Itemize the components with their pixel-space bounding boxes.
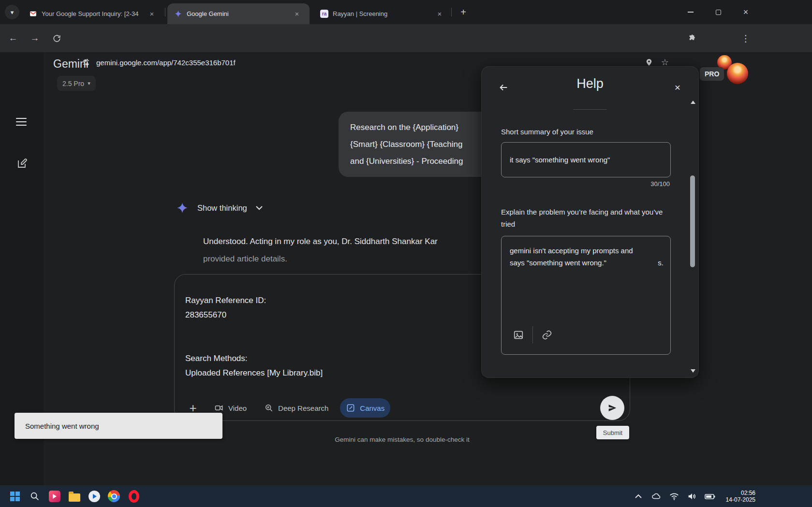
gemini-sparkle-icon <box>174 10 182 18</box>
send-icon <box>607 403 618 413</box>
close-icon: × <box>743 7 749 17</box>
folder-icon <box>69 493 80 502</box>
taskbar-clock[interactable]: 02:56 14-07-2025 <box>726 490 755 503</box>
file-explorer-button[interactable] <box>64 485 84 507</box>
tab-rayyan[interactable]: ra Rayyan | Screening × <box>313 3 449 24</box>
wifi-icon <box>669 491 679 502</box>
browser-tab-strip: ▾ Your Google Support Inquiry: [2-34 × G… <box>0 0 812 24</box>
char-counter: 30/100 <box>650 180 670 188</box>
account-avatar[interactable] <box>727 63 748 84</box>
windows-icon <box>10 492 20 501</box>
show-thinking-toggle[interactable]: Show thinking <box>176 202 263 214</box>
url-text[interactable]: gemini.google.com/app/742c355e316b701f <box>96 58 640 67</box>
reload-button[interactable] <box>50 31 63 45</box>
media-app-icon <box>49 491 60 502</box>
detail-label: Explain the problem you’re facing and wh… <box>501 206 675 230</box>
tab-separator <box>165 8 165 16</box>
summary-value: it says "something went wrong" <box>510 156 610 164</box>
detail-textarea[interactable]: gemini isn't accepting my prompts and sa… <box>501 236 671 355</box>
tab-title: Your Google Support Inquiry: [2-34 <box>42 10 143 17</box>
start-button[interactable] <box>5 485 25 507</box>
tab-close-icon[interactable]: × <box>435 10 444 18</box>
canvas-tool-button[interactable]: Canvas <box>340 398 390 418</box>
volume-tray-button[interactable] <box>686 491 698 502</box>
tab-close-icon[interactable]: × <box>293 10 301 18</box>
window-close-button[interactable]: × <box>735 0 757 24</box>
tab-gemini[interactable]: Google Gemini × <box>167 3 310 24</box>
rayyan-icon: ra <box>320 10 328 18</box>
compose-icon <box>16 158 28 169</box>
back-icon: ← <box>9 33 18 43</box>
maximize-icon <box>716 10 721 15</box>
new-tab-button[interactable]: + <box>457 6 470 18</box>
tray-expand-button[interactable] <box>633 491 644 502</box>
divider <box>573 109 607 110</box>
system-tray: 02:56 14-07-2025 <box>633 485 755 507</box>
cloud-icon <box>651 491 662 502</box>
image-attach-icon[interactable] <box>513 330 524 340</box>
tab-search-button[interactable]: ▾ <box>5 5 19 19</box>
chrome-button[interactable] <box>104 485 124 507</box>
clock-date: 14-07-2025 <box>726 496 755 503</box>
forward-button[interactable]: → <box>28 31 42 45</box>
media-player-button[interactable] <box>84 485 104 507</box>
kebab-icon: ⋮ <box>741 33 751 44</box>
play-icon <box>89 491 100 502</box>
link-attach-icon[interactable] <box>542 330 552 340</box>
error-toast: Something went wrong <box>15 413 222 439</box>
pro-badge: PRO <box>700 67 724 81</box>
chevron-down-icon: ▾ <box>11 9 14 16</box>
wifi-tray-button[interactable] <box>668 491 680 502</box>
model-selector[interactable]: 2.5 Pro ▾ <box>57 76 96 91</box>
disclaimer-text: Gemini can make mistakes, so double-chec… <box>174 436 630 443</box>
scroll-down-icon[interactable] <box>691 369 695 373</box>
clock-time: 02:56 <box>726 490 755 496</box>
scrollbar-thumb[interactable] <box>690 175 695 267</box>
pinned-app-button-1[interactable] <box>44 485 64 507</box>
browser-menu-button[interactable]: ⋮ <box>739 31 753 45</box>
opera-button[interactable] <box>124 485 144 507</box>
chevron-up-icon <box>635 494 642 498</box>
onedrive-tray-button[interactable] <box>650 491 662 502</box>
scroll-up-icon[interactable] <box>691 101 695 104</box>
window-maximize-button[interactable] <box>707 0 729 24</box>
gemini-sparkle-icon <box>176 202 189 214</box>
prompt-text-line: Uploaded References [My Library.bib] <box>185 368 323 378</box>
extensions-button[interactable] <box>685 31 698 45</box>
tab-separator <box>451 8 452 16</box>
tab-close-icon[interactable]: × <box>148 10 156 18</box>
gemini-wordmark: Gemini <box>53 58 89 71</box>
tool-label: Deep Research <box>278 404 328 412</box>
taskbar-search-button[interactable] <box>25 485 44 507</box>
prompt-text-line: 283655670 <box>185 310 226 320</box>
taskbar-left <box>0 485 144 507</box>
help-close-button[interactable]: × <box>670 80 685 95</box>
minimize-icon <box>688 12 694 13</box>
summary-label: Short summary of your issue <box>501 126 593 138</box>
new-chat-button[interactable] <box>16 158 28 169</box>
window-minimize-button[interactable] <box>679 0 702 24</box>
battery-tray-button[interactable] <box>704 491 716 502</box>
chevron-down-icon: ▾ <box>88 80 90 87</box>
send-button-tooltip: Submit <box>596 426 629 439</box>
prompt-text-line: Rayyan Reference ID: <box>185 296 266 305</box>
location-pin-icon[interactable] <box>645 58 653 67</box>
reload-icon <box>52 34 61 43</box>
divider <box>532 326 533 344</box>
help-scrollbar[interactable] <box>690 101 695 373</box>
canvas-icon <box>346 403 355 413</box>
tab-gmail[interactable]: Your Google Support Inquiry: [2-34 × <box>22 3 163 24</box>
send-button[interactable] <box>600 396 624 420</box>
model-response-text: provided article details. <box>203 254 287 264</box>
deep-research-tool-button[interactable]: Deep Research <box>258 398 334 418</box>
summary-input[interactable]: it says "something went wrong" <box>501 142 671 177</box>
detail-value: gemini isn't accepting my prompts and sa… <box>510 245 648 269</box>
back-button[interactable]: ← <box>6 31 20 45</box>
screen: ▾ Your Google Support Inquiry: [2-34 × G… <box>0 0 812 507</box>
taskbar: 02:56 14-07-2025 <box>0 485 812 507</box>
tab-title: Rayyan | Screening <box>333 10 431 17</box>
menu-button[interactable] <box>16 118 27 126</box>
model-label: 2.5 Pro <box>62 80 84 87</box>
opera-icon <box>129 490 139 503</box>
prompt-text-line: Search Methods: <box>185 354 248 363</box>
